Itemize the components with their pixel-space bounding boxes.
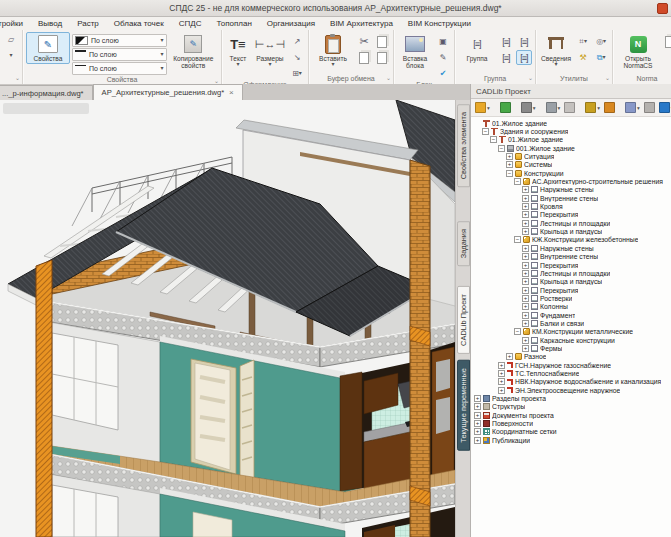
- copy-with-basepoint-button[interactable]: [374, 34, 390, 49]
- expand-icon[interactable]: +: [506, 161, 513, 168]
- menu-item[interactable]: СПДС: [179, 19, 202, 28]
- color-bylayer-select[interactable]: По слою▾: [72, 34, 167, 47]
- collapse-icon[interactable]: −: [514, 178, 521, 185]
- group-dialog-launcher-icon[interactable]: ⌄: [605, 74, 610, 81]
- tree-item[interactable]: −Здания и сооружения: [471, 127, 671, 135]
- group-dialog-launcher-icon[interactable]: ⌄: [528, 74, 533, 81]
- expand-icon[interactable]: +: [522, 312, 529, 319]
- tree-item[interactable]: +Фермы: [471, 344, 671, 352]
- group-dialog-launcher-icon[interactable]: ⌄: [15, 74, 20, 81]
- collapse-icon[interactable]: −: [482, 128, 489, 135]
- expand-icon[interactable]: +: [522, 287, 529, 294]
- search-icon[interactable]: [603, 101, 616, 114]
- tree-item[interactable]: +Внутренние стены: [471, 253, 671, 261]
- partial-dropdown[interactable]: ▾: [3, 48, 19, 63]
- expand-icon[interactable]: +: [522, 345, 529, 352]
- copy-button[interactable]: [356, 50, 372, 65]
- expand-icon[interactable]: +: [474, 420, 481, 427]
- document-tab[interactable]: АР_Архитектурные_решения.dwg*×: [93, 84, 243, 100]
- expand-icon[interactable]: +: [522, 337, 529, 344]
- side-tab[interactable]: Задания: [457, 221, 470, 266]
- collapse-icon[interactable]: −: [514, 236, 521, 243]
- expand-icon[interactable]: +: [498, 378, 505, 385]
- ungroup-button[interactable]: [≡]: [498, 34, 514, 49]
- chevron-down-icon[interactable]: ▾: [597, 105, 600, 111]
- tree-item[interactable]: +Структуры: [471, 403, 671, 411]
- quick-select-button[interactable]: ⚒: [575, 50, 591, 65]
- expand-icon[interactable]: +: [474, 395, 481, 402]
- expand-icon[interactable]: +: [474, 428, 481, 435]
- menu-item[interactable]: Вывод: [38, 19, 62, 28]
- tree-item[interactable]: +Наружные стены: [471, 186, 671, 194]
- tree-item[interactable]: −КЖ.Конструкции железобетонные: [471, 236, 671, 244]
- expand-icon[interactable]: +: [506, 353, 513, 360]
- tree-item[interactable]: +Публикации: [471, 436, 671, 444]
- collapse-icon[interactable]: −: [498, 145, 505, 152]
- tree-item[interactable]: +Документы проекта: [471, 411, 671, 419]
- expand-icon[interactable]: +: [522, 220, 529, 227]
- leader-button[interactable]: ↗: [289, 34, 305, 49]
- expand-icon[interactable]: +: [522, 245, 529, 252]
- norma-doc-button[interactable]: [662, 34, 671, 49]
- tree-item[interactable]: −АС.Архитектурно-строительные решения: [471, 177, 671, 185]
- close-tab-icon[interactable]: ×: [229, 88, 234, 97]
- tree-item[interactable]: −КМ.Конструкции металлические: [471, 328, 671, 336]
- tree-item[interactable]: +НВК.Наружное водоснабжение и канализаци…: [471, 378, 671, 386]
- paste-special-button[interactable]: [374, 50, 390, 65]
- tree-view-icon[interactable]: ▾: [545, 101, 562, 114]
- expand-icon[interactable]: +: [522, 195, 529, 202]
- tree-item[interactable]: +Перекрытия: [471, 261, 671, 269]
- tree-item[interactable]: +Наружные стены: [471, 244, 671, 252]
- tree-item[interactable]: +Крыльца и пандусы: [471, 227, 671, 235]
- tree-item[interactable]: +Крыльца и пандусы: [471, 278, 671, 286]
- expand-icon[interactable]: +: [522, 262, 529, 269]
- collapse-icon[interactable]: −: [514, 328, 521, 335]
- refresh-image-icon[interactable]: ▾: [624, 101, 641, 114]
- tree-item[interactable]: −01.Жилое здание: [471, 136, 671, 144]
- tree-item[interactable]: +Лестницы и площадки: [471, 269, 671, 277]
- tree-item[interactable]: +Перекрытия: [471, 286, 671, 294]
- cut-button[interactable]: ✂: [356, 34, 372, 49]
- menu-item[interactable]: Растр: [77, 19, 99, 28]
- tree-item[interactable]: +Поверхности: [471, 419, 671, 427]
- insert-block-button[interactable]: Вставка блока: [397, 32, 433, 71]
- layers-button[interactable]: ⧉▾: [593, 50, 609, 65]
- tree-item[interactable]: +Лестницы и площадки: [471, 219, 671, 227]
- menu-item[interactable]: BIM Архитектура: [330, 19, 393, 28]
- tree-item[interactable]: +Ростверки: [471, 294, 671, 302]
- viewport-controls[interactable]: [3, 103, 89, 114]
- tree-item[interactable]: +Разное: [471, 353, 671, 361]
- tree-item[interactable]: +Разделы проекта: [471, 394, 671, 402]
- tree-item[interactable]: +Перекрытия: [471, 211, 671, 219]
- tree-item[interactable]: +Балки и связи: [471, 319, 671, 327]
- expand-icon[interactable]: +: [474, 403, 481, 410]
- side-tab[interactable]: CADLib Проект: [457, 286, 470, 354]
- expand-icon[interactable]: +: [522, 203, 529, 210]
- tree-item[interactable]: +Каркасные конструкции: [471, 336, 671, 344]
- tree-item[interactable]: +Ситуация: [471, 152, 671, 160]
- group-manager-button[interactable]: [≡]: [516, 34, 532, 49]
- expand-icon[interactable]: +: [506, 153, 513, 160]
- tree-item[interactable]: +Фундамент: [471, 311, 671, 319]
- collapse-icon[interactable]: −: [506, 170, 513, 177]
- filter-icon[interactable]: ▾: [584, 101, 601, 114]
- building-model[interactable]: [0, 100, 455, 537]
- lineweight-bylayer-select[interactable]: По слою▾: [72, 62, 167, 75]
- info-button[interactable]: Сведения▾: [539, 32, 573, 69]
- match-properties-button[interactable]: ✎ Копирование свойств: [169, 32, 218, 71]
- chevron-down-icon[interactable]: ▾: [533, 105, 536, 111]
- expand-icon[interactable]: +: [522, 295, 529, 302]
- group-edit-button[interactable]: [≡]: [498, 50, 514, 65]
- tree-item[interactable]: +Внутренние стены: [471, 194, 671, 202]
- side-tab[interactable]: Свойства элемента: [457, 104, 470, 187]
- open-normacs-button[interactable]: N Открыть NormaCS: [616, 32, 660, 71]
- tree-item[interactable]: +ГСН.Наружное газоснабжение: [471, 361, 671, 369]
- tree-item[interactable]: 01.Жилое здание: [471, 119, 671, 127]
- block-edit-button[interactable]: ✎: [435, 50, 451, 65]
- window-control-icon[interactable]: [657, 3, 668, 14]
- note-button[interactable]: ↘: [289, 50, 305, 65]
- expand-icon[interactable]: +: [522, 320, 529, 327]
- tree-item[interactable]: −Конструкции: [471, 169, 671, 177]
- expand-icon[interactable]: +: [474, 437, 481, 444]
- block-editor-button[interactable]: ▣: [435, 34, 451, 49]
